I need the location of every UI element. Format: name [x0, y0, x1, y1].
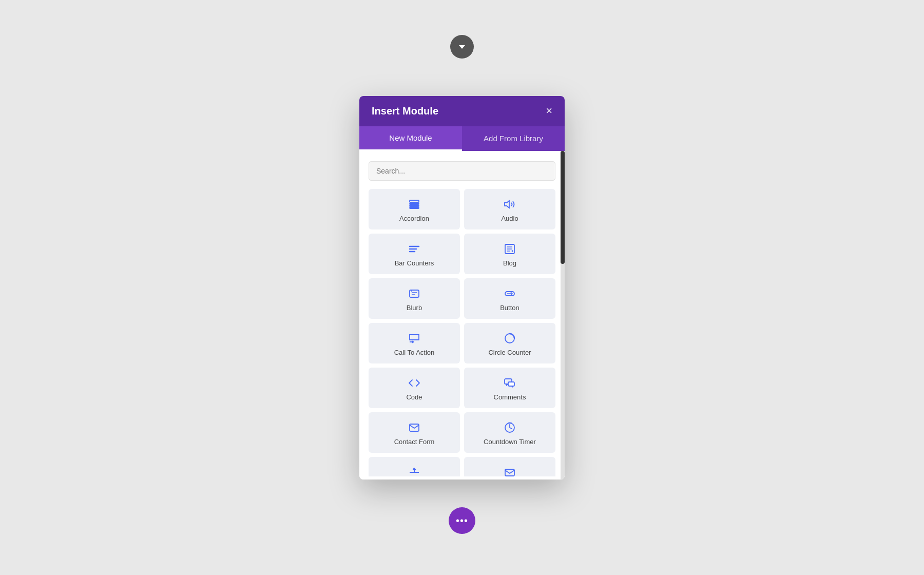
countdown-timer-icon — [504, 421, 516, 434]
audio-label: Audio — [501, 215, 518, 222]
svg-marker-18 — [410, 335, 419, 340]
scroll-track[interactable] — [561, 151, 565, 480]
modal-title: Insert Module — [372, 105, 438, 117]
module-contact-form[interactable]: Contact Form — [369, 412, 460, 453]
accordion-icon — [408, 198, 420, 210]
module-comments[interactable]: Comments — [464, 368, 555, 408]
blog-label: Blog — [503, 259, 516, 267]
module-audio[interactable]: Audio — [464, 189, 555, 229]
code-icon — [408, 377, 420, 389]
countdown-timer-label: Countdown Timer — [484, 438, 536, 446]
bar-counters-icon — [408, 243, 420, 255]
module-circle-counter[interactable]: Circle Counter — [464, 323, 555, 363]
module-code[interactable]: Code — [369, 368, 460, 408]
module-blurb[interactable]: Blurb — [369, 278, 460, 319]
svg-rect-12 — [410, 290, 419, 297]
accordion-label: Accordion — [399, 215, 429, 222]
comments-icon — [504, 377, 516, 389]
insert-module-modal: Insert Module × New Module Add From Libr… — [359, 96, 565, 480]
call-to-action-label: Call To Action — [394, 349, 435, 356]
svg-marker-4 — [505, 201, 509, 208]
modules-grid: Accordion Audio — [369, 189, 555, 476]
svg-point-15 — [411, 291, 412, 292]
scroll-thumb — [561, 151, 565, 264]
svg-rect-2 — [410, 205, 419, 206]
module-email-optin[interactable]: Email Optin — [464, 457, 555, 476]
modal-header: Insert Module × — [359, 96, 565, 126]
svg-rect-29 — [505, 469, 514, 476]
bottom-dots-button[interactable]: ••• — [449, 507, 475, 534]
svg-rect-3 — [410, 207, 419, 208]
svg-rect-22 — [508, 382, 514, 386]
contact-form-label: Contact Form — [394, 438, 435, 446]
tab-add-from-library[interactable]: Add From Library — [462, 126, 565, 151]
divider-icon — [408, 466, 420, 476]
modal-close-button[interactable]: × — [546, 105, 552, 117]
svg-rect-0 — [410, 200, 419, 202]
circle-counter-icon — [504, 332, 516, 344]
module-call-to-action[interactable]: Call To Action — [369, 323, 460, 363]
call-to-action-icon — [408, 332, 420, 344]
blurb-label: Blurb — [407, 304, 422, 312]
audio-icon — [504, 198, 516, 210]
module-accordion[interactable]: Accordion — [369, 189, 460, 229]
circle-counter-label: Circle Counter — [488, 349, 531, 356]
code-label: Code — [406, 393, 422, 401]
blurb-icon — [408, 288, 420, 300]
email-optin-icon — [504, 466, 516, 476]
modal-body: Accordion Audio — [359, 151, 565, 480]
module-divider[interactable]: Divider — [369, 457, 460, 476]
module-button[interactable]: Button — [464, 278, 555, 319]
contact-form-icon — [408, 421, 420, 434]
tab-new-module[interactable]: New Module — [359, 126, 462, 151]
modal-tabs: New Module Add From Library — [359, 126, 565, 151]
module-bar-counters[interactable]: Bar Counters — [369, 234, 460, 274]
svg-rect-1 — [410, 203, 419, 204]
module-countdown-timer[interactable]: Countdown Timer — [464, 412, 555, 453]
button-icon — [504, 288, 516, 300]
svg-point-28 — [413, 468, 415, 470]
button-label: Button — [500, 304, 519, 312]
bar-counters-label: Bar Counters — [395, 259, 434, 267]
search-input[interactable] — [369, 161, 555, 181]
page-background: Insert Module × New Module Add From Libr… — [0, 0, 924, 575]
blog-icon — [504, 243, 516, 255]
comments-label: Comments — [494, 393, 526, 401]
module-blog[interactable]: Blog — [464, 234, 555, 274]
top-indicator — [450, 35, 474, 59]
